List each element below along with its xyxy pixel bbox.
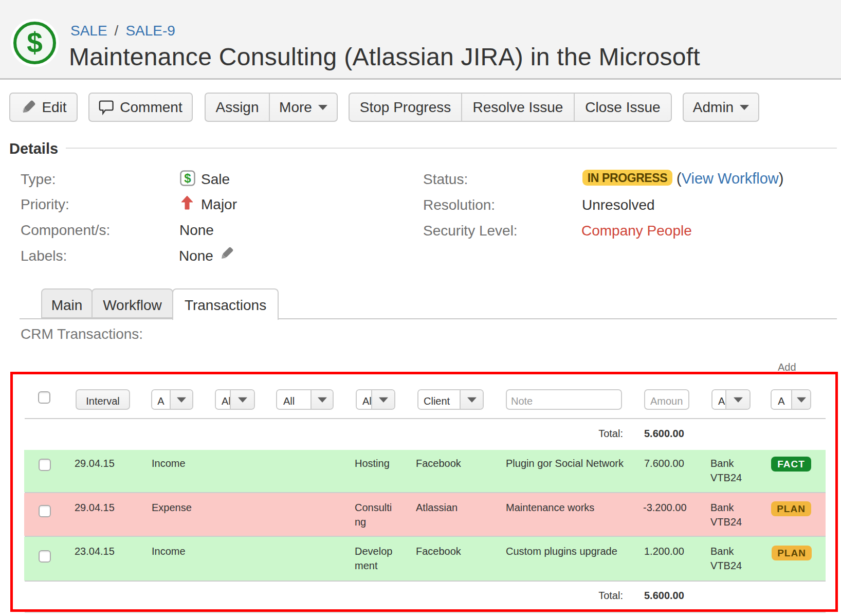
svg-text:$: $	[184, 171, 191, 185]
svg-text:$: $	[27, 27, 43, 59]
